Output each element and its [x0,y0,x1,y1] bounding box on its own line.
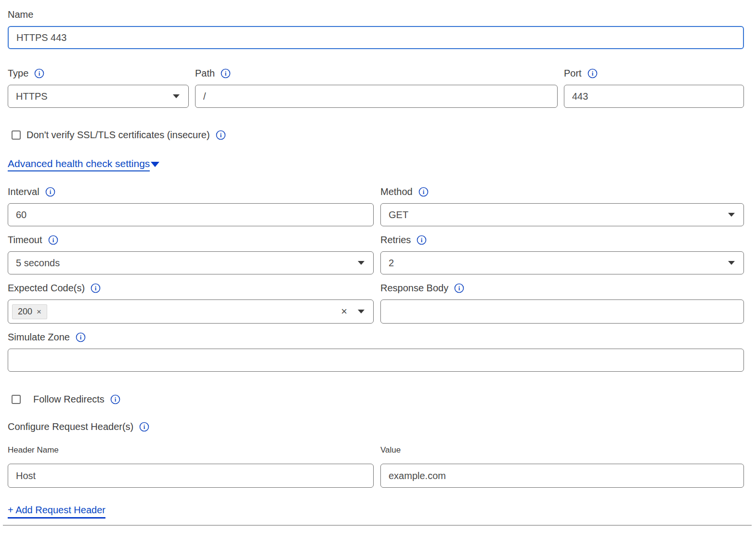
code-tag-value: 200 [18,307,32,317]
svg-text:i: i [421,236,423,244]
follow-redirects-label: Follow Redirects [33,393,104,405]
header-columns: Header Name Value [8,445,744,464]
field-expected-codes: Expected Code(s) i 200 × × [8,282,374,324]
svg-text:i: i [115,396,117,403]
svg-text:i: i [225,70,227,77]
svg-text:i: i [422,188,424,195]
port-label: Port [564,67,582,79]
info-icon[interactable]: i [45,187,55,197]
health-check-form: Name Type i HTTPS Path i Port i [0,0,756,526]
field-type: Type i HTTPS [8,67,189,108]
field-port: Port i [564,67,744,108]
retries-select-value: 2 [389,258,394,269]
advanced-settings-link[interactable]: Advanced health check settings [8,158,150,171]
timeout-select[interactable]: 5 seconds [8,251,374,274]
simulate-zone-input[interactable] [8,349,744,372]
add-request-header-link[interactable]: + Add Request Header [8,505,105,519]
row-add-header: + Add Request Header [8,505,744,519]
row-follow-redirects: Follow Redirects i [12,393,744,405]
interval-input[interactable] [8,203,374,226]
expected-codes-select[interactable]: 200 × × [8,299,374,324]
field-path: Path i [195,67,558,108]
request-headers-section: Configure Request Header(s) i [8,421,744,432]
info-icon[interactable]: i [91,283,101,293]
svg-text:i: i [52,236,54,244]
row-type-path-port: Type i HTTPS Path i Port i [8,67,744,108]
expected-codes-label: Expected Code(s) [8,282,85,294]
info-icon[interactable]: i [418,187,429,197]
row-codes-body: Expected Code(s) i 200 × × Response Body… [8,282,744,324]
port-input[interactable] [564,85,744,108]
path-input[interactable] [195,85,558,108]
info-icon[interactable]: i [454,283,464,293]
info-icon[interactable]: i [216,130,226,140]
path-label: Path [195,67,215,79]
type-select[interactable]: HTTPS [8,85,189,108]
field-retries: Retries i 2 [380,234,744,274]
info-icon[interactable]: i [110,394,120,404]
header-name-column-label: Header Name [8,445,374,455]
row-timeout-retries: Timeout i 5 seconds Retries i 2 [8,234,744,274]
type-select-value: HTTPS [16,91,48,102]
name-label: Name [8,9,33,20]
simulate-zone-label: Simulate Zone [8,331,70,343]
field-timeout: Timeout i 5 seconds [8,234,374,274]
timeout-select-value: 5 seconds [16,258,60,269]
info-icon[interactable]: i [417,235,427,245]
field-method: Method i GET [380,186,744,226]
clear-icon[interactable]: × [341,306,347,317]
chevron-down-icon [728,261,735,265]
chevron-down-icon [151,162,159,167]
header-row [8,464,744,488]
field-interval: Interval i [8,186,374,226]
method-label: Method [380,186,413,197]
header-value-column-label: Value [380,445,744,455]
svg-text:i: i [591,70,593,77]
svg-text:i: i [458,285,460,292]
info-icon[interactable]: i [48,235,58,245]
type-label: Type [8,67,28,79]
method-select[interactable]: GET [380,203,744,226]
header-name-input[interactable] [8,464,374,488]
method-select-value: GET [389,209,408,221]
chevron-down-icon [728,213,735,217]
chevron-down-icon [173,94,180,98]
retries-select[interactable]: 2 [380,251,744,274]
chevron-down-icon [358,310,365,313]
svg-text:i: i [220,131,222,139]
info-icon[interactable]: i [139,422,149,432]
svg-text:i: i [80,334,82,341]
field-response-body: Response Body i [380,282,744,324]
follow-redirects-checkbox[interactable] [12,395,21,404]
row-verify-ssl: Don't verify SSL/TLS certificates (insec… [12,129,744,141]
info-icon[interactable]: i [76,332,86,342]
retries-label: Retries [380,234,411,246]
timeout-label: Timeout [8,234,42,246]
field-name: Name [8,9,744,49]
svg-text:i: i [39,70,40,77]
svg-text:i: i [49,188,51,195]
response-body-label: Response Body [380,282,448,294]
row-interval-method: Interval i Method i GET [8,186,744,226]
info-icon[interactable]: i [221,68,231,78]
chevron-down-icon [358,261,365,265]
svg-text:i: i [95,285,97,292]
verify-ssl-checkbox[interactable] [12,130,21,140]
header-value-input[interactable] [380,464,744,488]
request-headers-label: Configure Request Header(s) [8,421,133,432]
field-simulate-zone: Simulate Zone i [8,331,744,372]
response-body-input[interactable] [380,299,744,324]
info-icon[interactable]: i [34,68,44,78]
interval-label: Interval [8,186,39,197]
svg-text:i: i [143,423,145,430]
name-input[interactable] [8,26,744,49]
info-icon[interactable]: i [587,68,598,78]
remove-tag-icon[interactable]: × [37,308,41,316]
verify-ssl-label: Don't verify SSL/TLS certificates (insec… [26,129,210,141]
section-divider [3,525,752,526]
row-advanced-settings: Advanced health check settings [8,158,744,171]
code-tag: 200 × [12,304,47,319]
